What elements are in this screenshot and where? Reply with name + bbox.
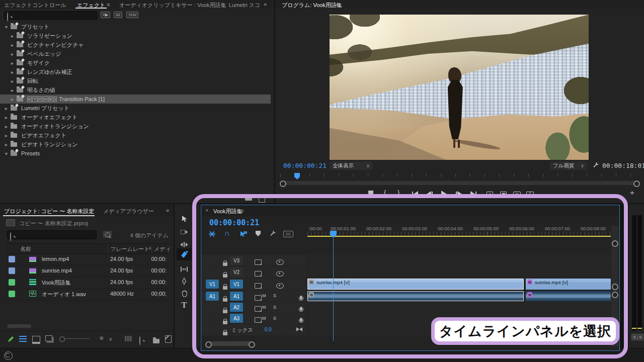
tab-program-monitor[interactable]: プログラム: Vook用語集 bbox=[282, 2, 342, 9]
zoom-handle-left[interactable] bbox=[280, 180, 286, 187]
tree-item-selected[interactable]: ▸ KYOHEI Transition Pack [1] bbox=[0, 95, 271, 104]
mute-button[interactable]: M bbox=[262, 293, 266, 298]
panel-menu-icon[interactable]: ≡ bbox=[336, 2, 339, 8]
label-color-swatch[interactable] bbox=[9, 291, 15, 297]
new-item-icon[interactable] bbox=[165, 335, 172, 343]
project-writable-pencil-icon[interactable] bbox=[7, 335, 15, 343]
mute-button[interactable]: M bbox=[262, 316, 266, 321]
sort-icon[interactable]: ≡ bbox=[100, 334, 104, 342]
selection-tool[interactable] bbox=[177, 213, 192, 224]
tree-item[interactable]: ▸ オーディオエフェクト bbox=[0, 113, 271, 122]
program-current-timecode[interactable]: 00:00:00:21 bbox=[283, 162, 327, 169]
settings-wrench-icon[interactable] bbox=[592, 162, 600, 169]
keyframe-toggle-icon[interactable] bbox=[296, 327, 302, 331]
chevron-down-icon[interactable]: ▾ bbox=[5, 151, 8, 156]
chevron-right-icon[interactable]: ▸ bbox=[11, 97, 14, 102]
track-label-a1[interactable]: A1 bbox=[230, 292, 243, 301]
solo-button[interactable]: S bbox=[273, 316, 276, 321]
tree-item[interactable]: ▸ ピクチャインピクチャ bbox=[0, 40, 271, 49]
source-patch-a1[interactable]: A1 bbox=[206, 292, 219, 301]
search-bin-icon[interactable] bbox=[103, 231, 112, 238]
solo-button[interactable]: S bbox=[273, 293, 276, 298]
preview-area-icon[interactable] bbox=[125, 336, 132, 341]
zoom-handle-right[interactable] bbox=[249, 341, 255, 348]
tab-lumetri-scopes[interactable]: Lumetri スコ bbox=[229, 2, 260, 9]
chevron-right-icon[interactable]: ▸ bbox=[5, 115, 8, 120]
tab-project[interactable]: プロジェクト: コピー 〜 名称未設定 bbox=[4, 208, 94, 215]
program-zoom-scrollbar[interactable] bbox=[282, 181, 637, 185]
hand-tool[interactable] bbox=[177, 288, 192, 299]
zoom-slider-handle[interactable] bbox=[59, 336, 65, 342]
slip-tool[interactable] bbox=[177, 263, 192, 275]
tab-timeline-sequence[interactable]: Vook用語集 bbox=[213, 208, 242, 215]
lock-icon[interactable] bbox=[223, 332, 227, 335]
tab-overflow-icon[interactable]: » bbox=[166, 207, 169, 213]
lock-icon[interactable] bbox=[223, 274, 227, 278]
tab-effect-controls[interactable]: エフェクトコントロール bbox=[4, 2, 66, 9]
track-lane-v1[interactable]: fx sunrise.mp4 [V] fx sunrise.mp4 [V] bbox=[307, 278, 611, 290]
type-tool[interactable]: T bbox=[177, 300, 192, 311]
tree-item[interactable]: ▸ Lumetri プリセット bbox=[0, 104, 271, 113]
voiceover-record-mic-icon[interactable] bbox=[300, 307, 302, 311]
fx-badge[interactable]: fx bbox=[309, 292, 314, 297]
track-label-a3[interactable]: A3 bbox=[230, 314, 243, 323]
chevron-right-icon[interactable]: ▸ bbox=[11, 60, 14, 66]
new-bin-icon[interactable] bbox=[153, 339, 159, 343]
timeline-ruler[interactable]: :00:00 00:00:01:00 00:00:02:00 00:00:03:… bbox=[307, 226, 611, 237]
add-marker-button[interactable] bbox=[368, 191, 373, 196]
chevron-right-icon[interactable]: ▸ bbox=[11, 51, 14, 57]
scrollbar-handle[interactable] bbox=[612, 240, 618, 247]
fx-badge-purple[interactable]: fx bbox=[527, 292, 532, 297]
go-to-in-button[interactable] bbox=[412, 191, 418, 197]
comparison-view-button[interactable] bbox=[526, 192, 534, 198]
scrollbar-handle[interactable] bbox=[612, 284, 618, 290]
source-patch-v1[interactable]: V1 bbox=[206, 280, 219, 289]
sync-lock-icon[interactable] bbox=[255, 259, 262, 265]
panel-divider[interactable] bbox=[274, 0, 275, 203]
track-lane-a2[interactable] bbox=[307, 302, 611, 313]
zoom-handle-right[interactable] bbox=[633, 180, 640, 187]
add-marker-icon[interactable] bbox=[256, 231, 261, 236]
sync-lock-icon[interactable] bbox=[255, 283, 262, 289]
program-monitor-video[interactable] bbox=[330, 15, 589, 160]
chevron-down-icon[interactable]: ▾ bbox=[5, 24, 8, 30]
horizontal-scrollbar-thumb[interactable] bbox=[7, 324, 31, 328]
tree-item[interactable]: ▸ ソラリゼーション bbox=[0, 31, 271, 40]
chevron-right-icon[interactable]: ▸ bbox=[11, 69, 14, 75]
tree-item[interactable]: ▸ モザイク bbox=[0, 58, 271, 67]
timeline-clip-video[interactable]: fx sunrise.mp4 [V] bbox=[526, 279, 611, 290]
play-button[interactable] bbox=[441, 191, 447, 198]
lock-icon[interactable] bbox=[223, 262, 227, 266]
chevron-right-icon[interactable]: ▸ bbox=[5, 124, 8, 129]
solo-button[interactable]: S bbox=[273, 305, 276, 310]
mute-button[interactable]: M bbox=[262, 305, 266, 310]
track-select-forward-tool[interactable] bbox=[177, 226, 192, 237]
track-label-v1[interactable]: V1 bbox=[230, 280, 243, 289]
effects-search-input[interactable] bbox=[4, 11, 98, 20]
chevron-right-icon[interactable]: ▸ bbox=[11, 33, 14, 39]
navigate-up-icon[interactable] bbox=[6, 219, 15, 226]
table-row[interactable]: sunrise.mp4 24.00 fps 00:00: bbox=[6, 265, 168, 277]
sync-lock-icon[interactable] bbox=[255, 295, 262, 301]
timeline-clip-audio-selected[interactable]: fx bbox=[307, 291, 524, 301]
table-row[interactable]: オーディオ 1.wav 48000 Hz 00;00; bbox=[6, 288, 168, 300]
playback-quality-dropdown[interactable]: フル画質 ∨ bbox=[550, 161, 587, 170]
button-editor-plus[interactable]: + bbox=[630, 188, 634, 197]
timeline-clip-audio[interactable]: fx bbox=[526, 291, 611, 301]
lock-icon[interactable] bbox=[223, 310, 227, 313]
chevron-right-icon[interactable]: ▸ bbox=[11, 87, 14, 93]
project-search-input[interactable] bbox=[7, 230, 97, 239]
voiceover-record-mic-icon[interactable] bbox=[300, 318, 302, 322]
32bit-effects-badge[interactable]: 32 bbox=[114, 12, 122, 18]
track-visibility-eye-icon[interactable] bbox=[276, 283, 284, 289]
sync-status-icon[interactable] bbox=[4, 351, 13, 360]
tree-item[interactable]: ▸ レンズゆがみ補正 bbox=[0, 67, 271, 76]
tree-item[interactable]: ▸ 回転 bbox=[0, 76, 271, 85]
mix-volume-value[interactable]: 0.0 bbox=[265, 327, 272, 332]
label-color-swatch[interactable] bbox=[9, 256, 15, 262]
track-label-v3[interactable]: V3 bbox=[230, 256, 243, 265]
tab-audio-clip-mixer[interactable]: オーディオクリップミキサー : Vook用語集 bbox=[119, 2, 226, 9]
solo-right-button[interactable]: S bbox=[637, 334, 643, 340]
scrollbar-handle[interactable] bbox=[612, 292, 618, 298]
tab-media-browser[interactable]: メディアブラウザー bbox=[103, 208, 154, 215]
